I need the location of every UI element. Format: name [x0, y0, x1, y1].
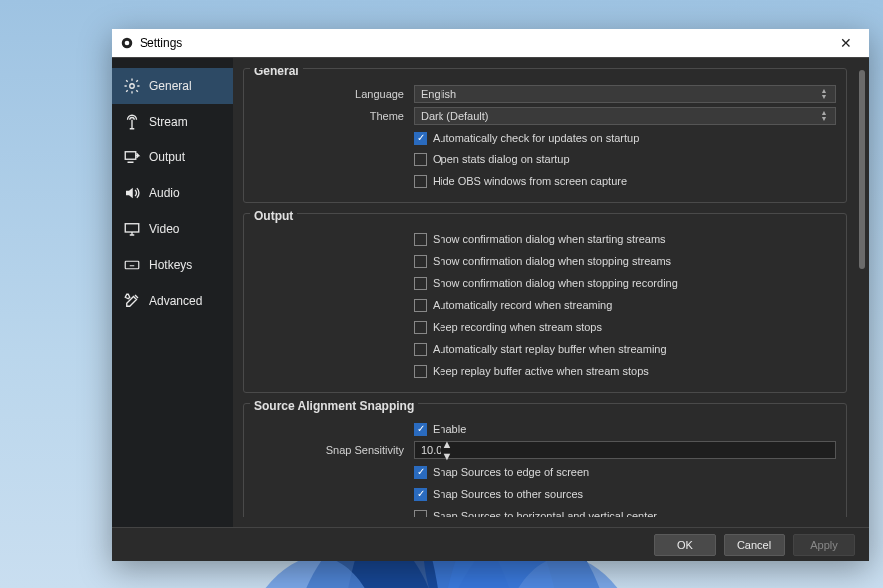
checkbox-output-4[interactable]	[414, 321, 427, 334]
antenna-icon	[122, 112, 142, 132]
scrollbar[interactable]	[859, 70, 865, 269]
close-button[interactable]: ✕	[831, 35, 861, 51]
theme-label: Theme	[254, 110, 414, 122]
ok-button[interactable]: OK	[654, 534, 716, 556]
sidebar: General Stream Output Audio	[112, 58, 233, 527]
sidebar-item-output[interactable]: Output	[112, 140, 233, 175]
checkbox-output-1[interactable]	[414, 255, 427, 268]
checkbox-label: Keep replay buffer active when stream st…	[433, 365, 649, 377]
checkbox-output-2[interactable]	[414, 277, 427, 290]
sidebar-item-video[interactable]: Video	[112, 211, 233, 247]
checkbox-output-3[interactable]	[414, 299, 427, 312]
gear-icon	[122, 76, 142, 96]
checkbox-snap-center[interactable]	[414, 510, 427, 518]
group-output: Output Show confirmation dialog when sta…	[243, 213, 847, 393]
checkbox-open-stats[interactable]	[414, 153, 427, 166]
sidebar-item-label: Stream	[149, 115, 188, 129]
checkbox-label: Show confirmation dialog when stopping s…	[433, 255, 671, 267]
speaker-icon	[122, 183, 142, 203]
apply-button[interactable]: Apply	[793, 534, 855, 556]
sidebar-item-advanced[interactable]: Advanced	[112, 283, 233, 319]
svg-point-2	[130, 84, 135, 89]
language-value: English	[421, 88, 456, 100]
checkbox-output-0[interactable]	[414, 233, 427, 246]
checkbox-output-6[interactable]	[414, 365, 427, 378]
checkbox-label: Show confirmation dialog when stopping r…	[433, 277, 678, 289]
sidebar-item-stream[interactable]: Stream	[112, 104, 233, 140]
output-icon	[122, 147, 142, 167]
sidebar-item-audio[interactable]: Audio	[112, 175, 233, 211]
sidebar-item-general[interactable]: General	[112, 68, 233, 104]
checkbox-label: Automatically check for updates on start…	[433, 132, 639, 144]
theme-select[interactable]: Dark (Default) ▲▼	[414, 107, 836, 125]
checkbox-check-updates[interactable]	[414, 132, 427, 145]
settings-content: General Language English ▲▼	[233, 58, 869, 527]
checkbox-snap-enable[interactable]	[414, 423, 427, 436]
sidebar-item-label: Advanced	[149, 294, 202, 308]
checkbox-snap-other[interactable]	[414, 488, 427, 501]
checkbox-label: Snap Sources to horizontal and vertical …	[433, 510, 657, 517]
sidebar-item-hotkeys[interactable]: Hotkeys	[112, 247, 233, 283]
checkbox-snap-edge[interactable]	[414, 466, 427, 479]
sidebar-item-label: Hotkeys	[149, 258, 192, 272]
checkbox-label: Snap Sources to edge of screen	[433, 466, 589, 478]
app-icon	[120, 36, 134, 50]
group-title: General	[250, 68, 303, 78]
sidebar-item-label: Output	[149, 150, 185, 164]
settings-window: Settings ✕ General Stream Output	[112, 29, 869, 561]
checkbox-label: Automatically record when streaming	[433, 299, 612, 311]
titlebar: Settings ✕	[112, 29, 869, 57]
snap-sensitivity-label: Snap Sensitivity	[254, 444, 414, 456]
sidebar-item-label: General	[149, 79, 192, 93]
checkbox-label: Keep recording when stream stops	[433, 321, 602, 333]
checkbox-hide-windows[interactable]	[414, 175, 427, 188]
checkbox-label: Enable	[433, 423, 466, 435]
language-select[interactable]: English ▲▼	[414, 85, 836, 103]
svg-point-1	[125, 41, 130, 46]
checkbox-output-5[interactable]	[414, 343, 427, 356]
sidebar-item-label: Video	[149, 222, 179, 236]
cancel-button[interactable]: Cancel	[724, 534, 785, 556]
chevron-updown-icon: ▲▼	[817, 86, 831, 102]
checkbox-label: Show confirmation dialog when starting s…	[433, 233, 666, 245]
language-label: Language	[254, 88, 414, 100]
sidebar-item-label: Audio	[149, 186, 180, 200]
tools-icon	[122, 291, 142, 311]
snap-sensitivity-value: 10.0	[421, 444, 442, 456]
group-title: Output	[250, 209, 297, 223]
checkbox-label: Snap Sources to other sources	[433, 488, 583, 500]
checkbox-label: Automatically start replay buffer when s…	[433, 343, 667, 355]
checkbox-label: Open stats dialog on startup	[433, 153, 570, 165]
keyboard-icon	[122, 255, 142, 275]
svg-rect-3	[125, 152, 136, 160]
dialog-footer: OK Cancel Apply	[112, 527, 869, 561]
theme-value: Dark (Default)	[421, 110, 488, 122]
spinner-icon[interactable]: ▲▼	[442, 439, 452, 462]
group-title: Source Alignment Snapping	[250, 399, 418, 413]
chevron-updown-icon: ▲▼	[817, 108, 831, 124]
window-title: Settings	[140, 36, 831, 50]
snap-sensitivity-input[interactable]: 10.0 ▲▼	[414, 441, 836, 459]
svg-rect-5	[125, 261, 139, 269]
group-general: General Language English ▲▼	[243, 68, 847, 203]
group-snapping: Source Alignment Snapping Enable Snap Se…	[243, 403, 847, 517]
monitor-icon	[122, 219, 142, 239]
svg-rect-4	[125, 224, 139, 232]
checkbox-label: Hide OBS windows from screen capture	[433, 175, 627, 187]
